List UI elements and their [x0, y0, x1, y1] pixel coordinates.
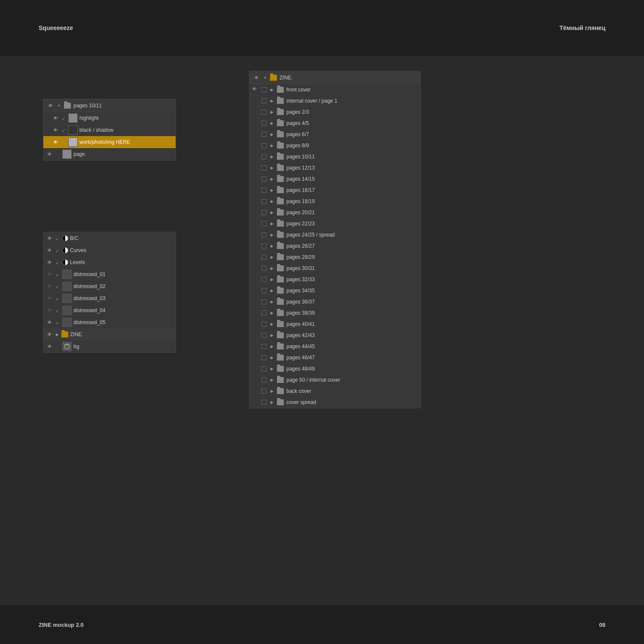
zine-layer-row[interactable]: ▶pages 24/25 / spread — [249, 229, 420, 240]
chevron-right-icon[interactable]: ▶ — [269, 377, 274, 383]
visibility-checkbox[interactable] — [261, 232, 267, 237]
visibility-checkbox[interactable] — [261, 389, 267, 394]
zine-layer-row[interactable]: ▶pages 8/9 — [249, 140, 420, 151]
chevron-right-icon[interactable]: ▶ — [269, 333, 274, 338]
eye-icon[interactable]: 👁 — [46, 271, 53, 278]
layer-row[interactable]: 👁 ↙ distressed_04 — [43, 304, 176, 316]
chevron-right-icon[interactable]: ▶ — [269, 188, 274, 193]
zine-layer-row[interactable]: ▶pages 28/29 — [249, 252, 420, 263]
eye-icon[interactable]: 👁 — [52, 115, 59, 122]
eye-icon[interactable]: 👁 — [46, 331, 53, 338]
zine-layer-row[interactable]: 👁▶front cover — [249, 84, 420, 95]
visibility-checkbox[interactable] — [261, 310, 267, 316]
chevron-right-icon[interactable]: ▶ — [269, 255, 274, 260]
chevron-right-icon[interactable]: ▶ — [269, 109, 274, 115]
layer-row[interactable]: 👁 ↙ distressed_02 — [43, 280, 176, 292]
visibility-checkbox[interactable] — [261, 288, 267, 293]
layer-row[interactable]: 👁 ↙ distressed_01 — [43, 268, 176, 280]
layer-row-active[interactable]: 👁 ↙ work/photo/img HERE — [43, 136, 176, 148]
zine-layer-row[interactable]: ▶back cover — [249, 386, 420, 397]
layer-row[interactable]: 👁 page. — [43, 148, 176, 160]
visibility-checkbox[interactable] — [261, 109, 267, 115]
visibility-checkbox[interactable] — [261, 400, 267, 405]
visibility-checkbox[interactable] — [261, 87, 267, 92]
chevron-right-icon[interactable]: ▶ — [55, 332, 60, 337]
zine-layer-row[interactable]: ▶pages 22/23 — [249, 218, 420, 229]
chevron-right-icon[interactable]: ▶ — [269, 299, 274, 304]
chevron-right-icon[interactable]: ▶ — [269, 199, 274, 204]
eye-icon[interactable]: 👁 — [46, 151, 53, 158]
zine-layer-row[interactable]: ▶pages 32/33 — [249, 274, 420, 285]
visibility-checkbox[interactable] — [261, 165, 267, 170]
chevron-right-icon[interactable]: ▶ — [269, 400, 274, 405]
chevron-right-icon[interactable]: ▶ — [269, 232, 274, 237]
chevron-right-icon[interactable]: ▶ — [269, 344, 274, 349]
zine-layer-row[interactable]: ▶pages 26/27 — [249, 240, 420, 252]
chevron-right-icon[interactable]: ▶ — [269, 165, 274, 170]
eye-icon[interactable]: 👁 — [46, 307, 53, 314]
zine-layer-row[interactable]: ▶internal cover / page 1 — [249, 95, 420, 106]
visibility-checkbox[interactable] — [261, 121, 267, 126]
chevron-right-icon[interactable]: ▶ — [269, 143, 274, 148]
visibility-checkbox[interactable] — [261, 243, 267, 249]
visibility-checkbox[interactable] — [261, 322, 267, 327]
chevron-right-icon[interactable]: ▶ — [269, 277, 274, 282]
chevron-right-icon[interactable]: ▶ — [269, 87, 274, 92]
visibility-checkbox[interactable] — [261, 221, 267, 226]
eye-icon[interactable]: 👁 — [52, 139, 59, 146]
layer-row[interactable]: 👁 ↙ B/C — [43, 232, 176, 244]
visibility-checkbox[interactable] — [261, 377, 267, 383]
zine-layer-row[interactable]: ▶pages 42/43 — [249, 330, 420, 341]
chevron-right-icon[interactable]: ▶ — [269, 210, 274, 215]
eye-icon[interactable]: 👁 — [46, 283, 53, 290]
zine-layer-row[interactable]: ▶pages 16/17 — [249, 185, 420, 196]
visibility-checkbox[interactable] — [261, 355, 267, 360]
chevron-right-icon[interactable]: ▶ — [269, 288, 274, 293]
chevron-right-icon[interactable]: ▶ — [269, 266, 274, 271]
zine-layer-row[interactable]: ▶pages 14/15 — [249, 173, 420, 185]
zine-layer-row[interactable]: ▶pages 46/47 — [249, 352, 420, 363]
zine-panel-titlebar[interactable]: 👁 ▾ ZINE. — [249, 71, 420, 84]
chevron-right-icon[interactable]: ▶ — [269, 366, 274, 371]
visibility-checkbox[interactable] — [261, 154, 267, 159]
visibility-checkbox[interactable] — [261, 366, 267, 371]
layer-row[interactable]: 👁 ↙ Levels — [43, 256, 176, 268]
eye-icon[interactable]: 👁 — [46, 295, 53, 302]
zine-layer-row[interactable]: ▶pages 30/31 — [249, 263, 420, 274]
layer-row[interactable]: 👁 ↙ Curves — [43, 244, 176, 256]
visibility-checkbox[interactable] — [261, 255, 267, 260]
zine-layer-row[interactable]: ▶pages 18/19 — [249, 196, 420, 207]
visibility-checkbox[interactable] — [261, 210, 267, 215]
zine-layer-row[interactable]: ▶page 50 / internal cover — [249, 374, 420, 386]
zine-layer-row[interactable]: ▶pages 48/49 — [249, 363, 420, 374]
chevron-right-icon[interactable]: ▶ — [269, 355, 274, 360]
zine-layer-row[interactable]: ▶pages 44/45 — [249, 341, 420, 352]
chevron-right-icon[interactable]: ▶ — [269, 221, 274, 226]
layer-row-zine[interactable]: 👁 ▶ ZINE. — [43, 328, 176, 340]
eye-icon[interactable]: 👁 — [253, 74, 260, 81]
zine-layer-row[interactable]: ▶pages 6/7 — [249, 129, 420, 140]
eye-icon[interactable]: 👁 — [46, 319, 53, 326]
visibility-checkbox[interactable] — [261, 176, 267, 182]
zine-layer-row[interactable]: ▶pages 40/41 — [249, 319, 420, 330]
zine-layer-row[interactable]: ▶cover spread — [249, 397, 420, 408]
chevron-down-icon[interactable]: ▾ — [262, 75, 267, 80]
chevron-right-icon[interactable]: ▶ — [269, 310, 274, 316]
visibility-checkbox[interactable] — [261, 333, 267, 338]
layer-row[interactable]: 👁 ↙ highlight — [43, 112, 176, 124]
eye-icon[interactable]: 👁 — [46, 259, 53, 266]
visibility-checkbox[interactable] — [261, 199, 267, 204]
visibility-checkbox[interactable] — [261, 299, 267, 304]
chevron-down-icon[interactable]: ▾ — [56, 103, 61, 108]
chevron-right-icon[interactable]: ▶ — [269, 389, 274, 394]
visibility-checkbox[interactable] — [261, 266, 267, 271]
eye-icon[interactable]: 👁 — [46, 235, 53, 242]
zine-layer-row[interactable]: ▶pages 36/37 — [249, 296, 420, 307]
chevron-right-icon[interactable]: ▶ — [269, 121, 274, 126]
eye-icon[interactable]: 👁 — [46, 247, 53, 254]
visibility-checkbox[interactable] — [261, 98, 267, 103]
chevron-right-icon[interactable]: ▶ — [269, 243, 274, 249]
chevron-right-icon[interactable]: ▶ — [269, 322, 274, 327]
eye-icon[interactable]: 👁 — [52, 127, 59, 134]
zine-layer-row[interactable]: ▶pages 34/35 — [249, 285, 420, 296]
